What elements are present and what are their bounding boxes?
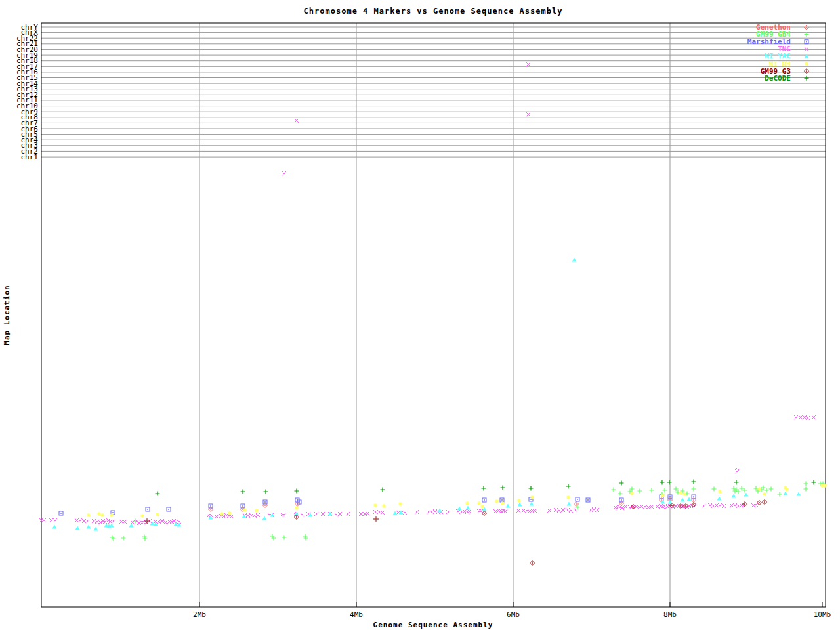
series-wi-yac: [52, 258, 801, 531]
legend-marker-wi-yac-icon: [805, 54, 809, 58]
legend: GenethonGM99 GB4MarshfieldTNGWI YACWI RH…: [747, 23, 809, 83]
x-tick-label-4Mb: 4Mb: [350, 610, 363, 619]
x-tick-label-8Mb: 8Mb: [663, 610, 677, 619]
legend-marker-decode-icon: [805, 76, 809, 81]
chart-root: Chromosome 4 Markers vs Genome Sequence …: [0, 0, 840, 630]
legend-marker-gm99-gb4-icon: [805, 32, 809, 37]
y-row-label-chr1: chr1: [21, 153, 39, 161]
legend-label-decode: DeCODE: [765, 74, 791, 83]
x-tick-label-2Mb: 2Mb: [193, 610, 206, 619]
series-tng: [39, 62, 816, 525]
series-decode: [156, 480, 816, 496]
legend-marker-wi-rh-icon: [805, 62, 808, 66]
y-axis-title: Map Location: [3, 285, 11, 345]
x-tick-label-10Mb: 10Mb: [814, 610, 831, 619]
series-gm99-g3: [145, 500, 767, 566]
x-tick-label-6Mb: 6Mb: [507, 610, 520, 619]
legend-marker-marshfield-icon: [805, 40, 808, 44]
plot-frame: [41, 23, 826, 607]
plot-canvas: chrYchrXchr22chr21chr20chr19chr18chr17ch…: [0, 0, 840, 630]
series-genethon: [209, 498, 696, 512]
x-axis-title: Genome Sequence Assembly: [373, 621, 494, 629]
legend-marker-gm99-g3-icon: [805, 69, 809, 74]
legend-marker-tng-icon: [805, 47, 808, 51]
